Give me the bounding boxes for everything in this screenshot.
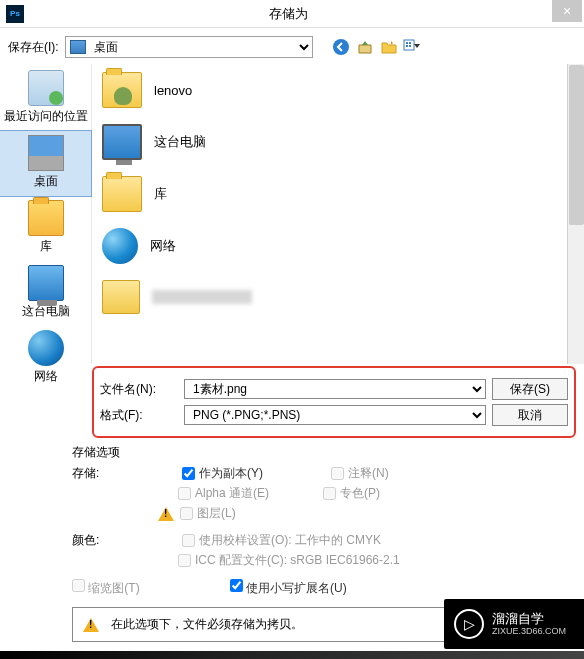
this-pc-icon <box>28 265 64 301</box>
new-folder-icon[interactable] <box>379 37 399 57</box>
warning-text: 在此选项下，文件必须存储为拷贝。 <box>111 616 303 633</box>
sidebar-item-libraries[interactable]: 库 <box>0 196 91 261</box>
notes-checkbox <box>331 467 344 480</box>
proof-label: 使用校样设置(O): 工作中的 CMYK <box>199 532 381 549</box>
sidebar-item-label: 桌面 <box>34 173 58 190</box>
file-name: lenovo <box>154 83 192 98</box>
up-one-level-icon[interactable] <box>355 37 375 57</box>
filename-input[interactable]: 1素材.png <box>184 379 486 399</box>
close-button[interactable]: × <box>552 0 582 22</box>
location-select[interactable]: 桌面 <box>90 38 312 56</box>
watermark-url: ZIXUE.3D66.COM <box>492 626 566 637</box>
format-select[interactable]: PNG (*.PNG;*.PNS) <box>184 405 486 425</box>
places-sidebar: 最近访问的位置 桌面 库 这台电脑 网络 <box>0 64 92 364</box>
play-icon: ▷ <box>454 609 484 639</box>
as-copy-label: 作为副本(Y) <box>199 465 263 482</box>
alpha-checkbox <box>178 487 191 500</box>
thumbnail-label: 缩览图(T) <box>88 581 139 595</box>
sidebar-item-this-pc[interactable]: 这台电脑 <box>0 261 91 326</box>
ps-icon: Ps <box>6 5 24 23</box>
layers-checkbox <box>180 507 193 520</box>
sidebar-item-label: 库 <box>40 238 52 255</box>
view-menu-icon[interactable] <box>403 37 423 57</box>
alpha-label: Alpha 通道(E) <box>195 485 269 502</box>
watermark: ▷ 溜溜自学 ZIXUE.3D66.COM <box>444 599 584 649</box>
options-header: 存储选项 <box>72 444 570 461</box>
network-icon <box>102 228 138 264</box>
icc-label: ICC 配置文件(C): sRGB IEC61966-2.1 <box>195 552 400 569</box>
file-icon <box>102 280 140 314</box>
lowercase-ext-checkbox[interactable] <box>230 579 243 592</box>
list-item[interactable]: 网络 <box>92 220 584 272</box>
sidebar-item-label: 最近访问的位置 <box>4 108 88 125</box>
warning-icon <box>83 618 99 632</box>
cancel-button[interactable]: 取消 <box>492 404 568 426</box>
sidebar-item-recent[interactable]: 最近访问的位置 <box>0 66 91 131</box>
location-dropdown[interactable]: 桌面 <box>65 36 313 58</box>
dialog-title: 存储为 <box>24 5 552 23</box>
network-icon <box>28 330 64 366</box>
bottom-strip <box>0 651 584 659</box>
svg-rect-2 <box>406 42 408 44</box>
store-label: 存储: <box>72 465 178 482</box>
filename-label: 文件名(N): <box>100 381 178 398</box>
libraries-icon <box>28 200 64 236</box>
svg-point-0 <box>333 39 349 55</box>
save-in-label: 保存在(I): <box>8 39 59 56</box>
list-item[interactable]: lenovo <box>92 64 584 116</box>
proof-checkbox <box>182 534 195 547</box>
svg-rect-5 <box>409 45 411 47</box>
sidebar-item-label: 网络 <box>34 368 58 385</box>
list-item[interactable]: 这台电脑 <box>92 116 584 168</box>
icc-checkbox <box>178 554 191 567</box>
this-pc-icon <box>102 124 142 160</box>
back-icon[interactable] <box>331 37 351 57</box>
highlighted-section: 文件名(N): 1素材.png 保存(S) 格式(F): PNG (*.PNG;… <box>92 366 576 438</box>
file-name: 这台电脑 <box>154 133 206 151</box>
recent-places-icon <box>28 70 64 106</box>
svg-rect-3 <box>409 42 411 44</box>
save-button[interactable]: 保存(S) <box>492 378 568 400</box>
color-label: 颜色: <box>72 532 178 549</box>
spot-label: 专色(P) <box>340 485 380 502</box>
file-list[interactable]: lenovo 这台电脑 库 网络 <box>92 64 584 364</box>
desktop-icon <box>70 40 86 54</box>
as-copy-checkbox[interactable] <box>182 467 195 480</box>
libraries-icon <box>102 176 142 212</box>
svg-rect-4 <box>406 45 408 47</box>
layers-label: 图层(L) <box>197 505 236 522</box>
format-label: 格式(F): <box>100 407 178 424</box>
list-item[interactable] <box>92 272 584 322</box>
sidebar-item-desktop[interactable]: 桌面 <box>0 130 92 197</box>
lowercase-ext-label: 使用小写扩展名(U) <box>246 581 347 595</box>
sidebar-item-network[interactable]: 网络 <box>0 326 91 391</box>
scrollbar[interactable] <box>567 64 584 364</box>
watermark-brand: 溜溜自学 <box>492 611 566 627</box>
thumbnail-checkbox <box>72 579 85 592</box>
file-name-blurred <box>152 290 252 304</box>
desktop-icon <box>28 135 64 171</box>
list-item[interactable]: 库 <box>92 168 584 220</box>
spot-checkbox <box>323 487 336 500</box>
notes-label: 注释(N) <box>348 465 389 482</box>
file-name: 网络 <box>150 237 176 255</box>
warning-icon <box>158 507 174 521</box>
file-name: 库 <box>154 185 167 203</box>
user-folder-icon <box>102 72 142 108</box>
